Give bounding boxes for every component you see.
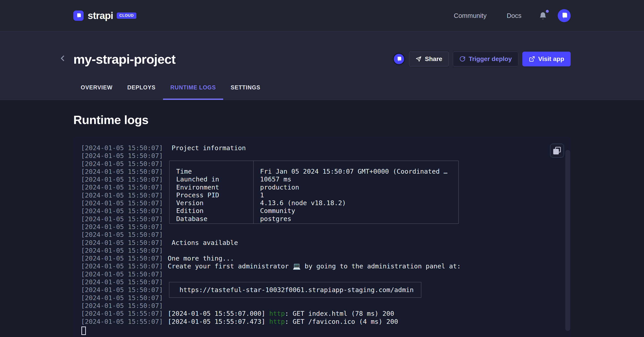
page-title: my-strapi-project [73,52,176,67]
info-label: Launched in [170,175,253,183]
project-info-row: Databasepostgres [170,215,458,223]
copy-logs-button[interactable] [550,144,564,158]
log-timestamp: [2024-01-05 15:50:07] [81,247,163,255]
log-timestamp: [2024-01-05 15:50:07] [81,270,163,278]
console-scrollbar[interactable] [565,150,570,331]
header-nav: CommunityDocs [434,9,571,22]
log-timestamp: [2024-01-05 15:50:07] [81,168,163,176]
runtime-logs-heading: Runtime logs [73,113,571,127]
http-token: http [269,310,285,317]
log-timestamp: [2024-01-05 15:50:07] [81,255,163,262]
info-label: Database [170,215,253,223]
project-info-row: Version4.13.6 (node v18.18.2) [170,199,458,207]
log-timestamp: [2024-01-05 15:50:07] [81,183,163,191]
terminal-cursor-icon [82,327,86,335]
log-timestamp: [2024-01-05 15:55:07] [81,310,163,318]
project-avatar[interactable] [393,53,405,65]
log-timestamp: [2024-01-05 15:50:07] [81,223,163,231]
nav-link-community[interactable]: Community [454,12,486,19]
project-info-row: TimeFri Jan 05 2024 15:50:07 GMT+0000 (C… [170,168,458,175]
project-info-row: Launched in10657 ms [170,175,458,183]
project-tabs: OVERVIEWDEPLOYSRUNTIME LOGSSETTINGS [73,78,571,100]
log-line: Actions available [168,239,461,247]
log-line: One more thing... [168,255,461,262]
share-button[interactable]: Share [409,52,449,66]
log-timestamp: [2024-01-05 15:50:07] [81,262,163,270]
brand[interactable]: strapi CLOUD [73,10,136,21]
log-timestamp: [2024-01-05 15:50:07] [81,176,163,183]
project-info-table: TimeFri Jan 05 2024 15:50:07 GMT+0000 (C… [169,161,459,224]
log-timestamp: [2024-01-05 15:50:07] [81,231,163,239]
info-label: Process PID [170,191,253,199]
strapi-cloud-app: strapi CLOUD CommunityDocs [0,0,644,337]
table-divider [253,161,254,224]
log-line [168,302,461,310]
info-value: Community [253,207,458,215]
log-line: Create your first administrator 💻 by goi… [168,262,461,270]
project-header-section: my-strapi-project Share [0,31,644,100]
visit-app-label: Visit app [538,55,564,62]
log-line: Project information [168,144,461,152]
log-line [168,270,461,278]
refresh-icon [459,56,466,62]
log-line: [2024-01-05 15:55:07.000] http: GET inde… [168,310,461,318]
log-timestamp: [2024-01-05 15:50:07] [81,239,163,247]
external-link-icon [529,56,535,62]
log-line [168,231,461,239]
log-timestamp: [2024-01-05 15:50:07] [81,199,163,207]
log-timestamp: [2024-01-05 15:50:07] [81,144,163,152]
notifications-button[interactable] [538,11,548,20]
visit-app-button[interactable]: Visit app [522,52,571,66]
project-info-row: EditionCommunity [170,207,458,215]
main-content: Runtime logs [2024-01-05 15:50:07][2024-… [0,113,644,337]
info-label: Time [170,168,253,175]
share-label: Share [425,55,442,62]
info-label: Edition [170,207,253,215]
strapi-logo-icon [73,10,84,21]
http-token: http [269,318,285,325]
info-value: postgres [253,215,458,223]
runtime-logs-console[interactable]: [2024-01-05 15:50:07][2024-01-05 15:50:0… [73,137,571,337]
tab-deploys[interactable]: DEPLOYS [120,78,163,100]
tab-settings[interactable]: SETTINGS [223,78,268,100]
log-line [168,223,461,231]
trigger-deploy-label: Trigger deploy [469,55,512,62]
log-timestamp: [2024-01-05 15:50:07] [81,160,163,168]
info-value: 10657 ms [253,175,458,183]
admin-url-box: https://tasteful-star-10032f0061.strapia… [169,282,421,298]
project-actions: Share Trigger deploy [393,52,571,66]
admin-url[interactable]: https://tasteful-star-10032f0061.strapia… [176,286,414,294]
user-avatar[interactable] [558,9,571,22]
log-timestamp: [2024-01-05 15:50:07] [81,152,163,160]
brand-name: strapi [88,10,113,21]
info-label: Version [170,199,253,207]
chevron-left-icon [58,53,68,63]
info-value: production [253,183,458,191]
log-timestamp: [2024-01-05 15:55:07] [81,318,163,326]
info-value: 4.13.6 (node v18.18.2) [253,199,458,207]
log-line: [2024-01-05 15:55:07.473] http: GET /fav… [168,318,461,326]
info-label: Environment [170,183,253,191]
info-value: 1 [253,191,458,199]
log-timestamp: [2024-01-05 15:50:07] [81,294,163,302]
log-line [168,152,461,160]
nav-link-docs[interactable]: Docs [507,12,522,19]
cloud-badge: CLOUD [117,12,136,19]
send-icon [416,56,422,62]
project-info-row: Process PID1 [170,191,458,199]
log-timestamp: [2024-01-05 15:50:07] [81,215,163,223]
log-line [168,247,461,255]
log-timestamp: [2024-01-05 15:50:07] [81,278,163,286]
tab-runtime-logs[interactable]: RUNTIME LOGS [163,78,224,100]
log-timestamp: [2024-01-05 15:50:07] [81,286,163,294]
notification-dot-icon [546,10,549,13]
log-timestamp-gutter: [2024-01-05 15:50:07][2024-01-05 15:50:0… [81,144,163,326]
log-timestamp: [2024-01-05 15:50:07] [81,192,163,199]
log-timestamp: [2024-01-05 15:50:07] [81,302,163,310]
tab-overview[interactable]: OVERVIEW [73,78,120,100]
info-value: Fri Jan 05 2024 15:50:07 GMT+0000 (Coord… [253,168,458,175]
log-timestamp: [2024-01-05 15:50:07] [81,207,163,215]
app-header: strapi CLOUD CommunityDocs [0,0,644,31]
back-button[interactable] [58,53,68,64]
trigger-deploy-button[interactable]: Trigger deploy [453,52,518,66]
